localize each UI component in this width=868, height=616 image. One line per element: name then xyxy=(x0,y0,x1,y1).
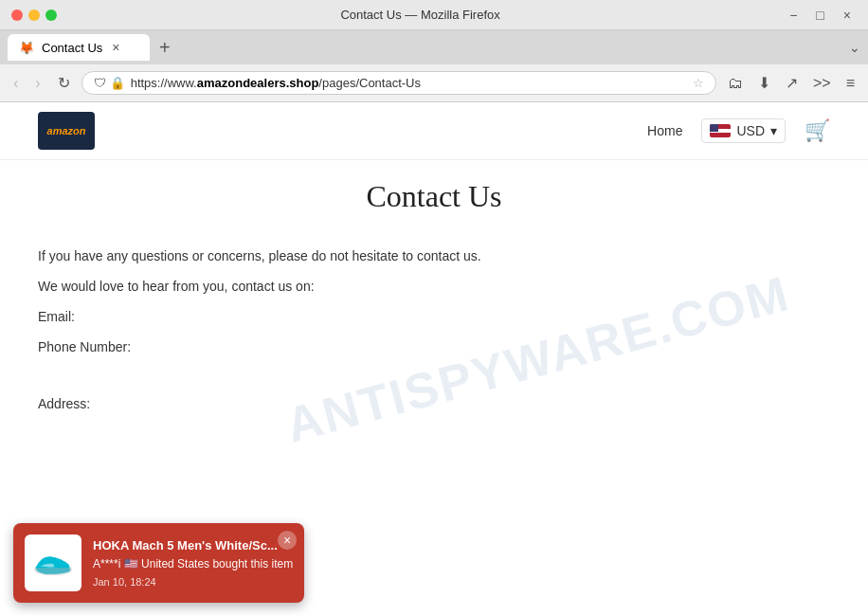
bookmark-icon[interactable]: ☆ xyxy=(693,76,704,90)
back-button[interactable]: ‹ xyxy=(8,71,24,96)
currency-selector[interactable]: USD ▾ xyxy=(701,118,786,143)
us-flag-icon xyxy=(710,124,731,137)
win-close-button[interactable]: × xyxy=(838,6,857,25)
lock-icon: 🔒 xyxy=(110,76,125,90)
extensions-button[interactable]: >> xyxy=(807,70,837,96)
forward-button[interactable]: › xyxy=(29,71,45,96)
active-tab[interactable]: 🦊 Contact Us × xyxy=(8,34,150,61)
window-controls: − □ × xyxy=(784,6,857,25)
window-title: Contact Us — Mozilla Firefox xyxy=(57,8,784,22)
email-label: Email: xyxy=(38,303,830,330)
notification-product-name: HOKA Mach 5 Men's White/Sc... xyxy=(93,538,293,553)
logo[interactable]: amazon xyxy=(38,112,95,150)
tab-close-button[interactable]: × xyxy=(110,40,121,55)
tab-overflow-button[interactable]: ⌄ xyxy=(849,40,860,55)
notification-text-area: HOKA Mach 5 Men's White/Sc... A****i 🇺🇸 … xyxy=(93,538,293,588)
win-minimize-button[interactable]: − xyxy=(784,6,803,25)
contact-info: If you have any questions or concerns, p… xyxy=(38,243,830,417)
firefox-icon: 🦊 xyxy=(19,41,34,55)
phone-label: Phone Number: xyxy=(38,334,830,360)
browser-controls xyxy=(11,9,57,21)
address-bar[interactable]: 🛡 🔒 https://www.amazondealers.shop/pages… xyxy=(81,71,716,95)
address-label: Address: xyxy=(38,390,830,417)
url-domain: amazondealers.shop xyxy=(197,76,319,90)
shield-icon: 🛡 xyxy=(94,76,106,90)
logo-text: amazon xyxy=(47,125,86,136)
nav-bar: ‹ › ↻ 🛡 🔒 https://www.amazondealers.shop… xyxy=(0,64,868,102)
page-title: Contact Us xyxy=(38,179,830,214)
window-minimize-button[interactable] xyxy=(28,9,40,21)
main-content: Contact Us If you have any questions or … xyxy=(0,160,868,440)
currency-dropdown-icon: ▾ xyxy=(770,123,777,138)
notification-action: bought this item xyxy=(212,557,293,571)
notification-body: A****i 🇺🇸 United States bought this item xyxy=(93,556,293,572)
currency-label: USD xyxy=(736,123,765,138)
notification-close-button[interactable]: × xyxy=(278,531,297,550)
notification-buyer: A****i xyxy=(93,557,120,571)
shoe-icon xyxy=(29,544,77,582)
intro-line1: If you have any questions or concerns, p… xyxy=(38,243,830,269)
tab-label: Contact Us xyxy=(42,41,102,55)
menu-button[interactable]: ≡ xyxy=(841,70,860,96)
tab-bar: 🦊 Contact Us × + ⌄ xyxy=(0,30,868,64)
header-nav: Home USD ▾ 🛒 xyxy=(647,118,830,143)
url-prefix: https://www. xyxy=(131,76,197,90)
notification-product-image xyxy=(25,534,81,591)
cart-icon[interactable]: 🛒 xyxy=(805,118,830,143)
pocket-button[interactable]: 🗂 xyxy=(722,70,749,96)
intro-line2: We would love to hear from you, contact … xyxy=(38,273,830,299)
nav-actions: 🗂 ⬇ ↗ >> ≡ xyxy=(722,70,860,96)
window-maximize-button[interactable] xyxy=(45,9,57,21)
site-header: amazon Home USD ▾ 🛒 xyxy=(0,102,868,160)
notification-time: Jan 10, 18:24 xyxy=(93,576,293,588)
win-restore-button[interactable]: □ xyxy=(810,6,829,25)
window-close-button[interactable] xyxy=(11,9,23,21)
new-tab-button[interactable]: + xyxy=(154,38,176,57)
security-icons: 🛡 🔒 xyxy=(94,76,125,90)
share-button[interactable]: ↗ xyxy=(780,70,804,96)
notification-popup: HOKA Mach 5 Men's White/Sc... A****i 🇺🇸 … xyxy=(13,523,304,603)
notification-flag: 🇺🇸 xyxy=(124,557,138,571)
amazon-logo: amazon xyxy=(38,112,95,150)
browser-titlebar: Contact Us — Mozilla Firefox − □ × xyxy=(0,0,868,30)
nav-home-link[interactable]: Home xyxy=(647,123,682,138)
notification-country: United States xyxy=(141,557,209,571)
download-button[interactable]: ⬇ xyxy=(752,70,776,96)
url-path: /pages/Contact-Us xyxy=(318,76,421,90)
url-display: https://www.amazondealers.shop/pages/Con… xyxy=(131,76,687,90)
reload-button[interactable]: ↻ xyxy=(52,70,76,96)
